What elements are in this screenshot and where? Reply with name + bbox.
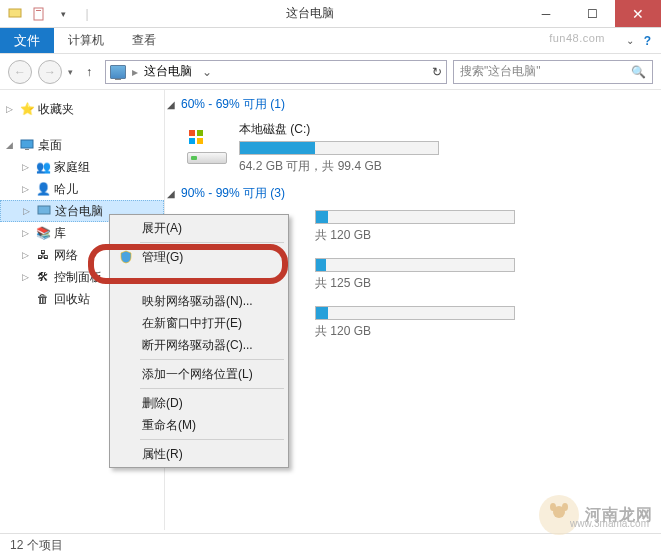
- drive-usage-bar: [315, 210, 515, 224]
- svg-rect-5: [38, 206, 50, 214]
- pc-icon: [110, 65, 126, 79]
- caret-icon[interactable]: ▷: [23, 206, 33, 216]
- maximize-button[interactable]: ☐: [569, 0, 615, 27]
- drive-subtext: 共 120 GB: [315, 227, 655, 244]
- back-button[interactable]: ←: [8, 60, 32, 84]
- drive-subtext: 64.2 GB 可用，共 99.4 GB: [239, 158, 655, 175]
- title-bar: ▾ | 这台电脑 ─ ☐ ✕: [0, 0, 661, 28]
- network-icon: 🖧: [35, 247, 51, 263]
- up-button[interactable]: ↑: [79, 62, 99, 82]
- address-dropdown-icon[interactable]: ⌄: [198, 65, 216, 79]
- tree-favorites[interactable]: ▷ ⭐ 收藏夹: [0, 98, 164, 120]
- drive-icon: [185, 130, 229, 166]
- group-header-1[interactable]: ◢ 60% - 69% 可用 (1): [165, 96, 661, 113]
- view-tab[interactable]: 查看: [118, 28, 170, 53]
- breadcrumb-sep-icon: ▸: [132, 65, 138, 79]
- computer-tab[interactable]: 计算机: [54, 28, 118, 53]
- cm-mapdrive[interactable]: 映射网络驱动器(N)...: [112, 290, 286, 312]
- recycle-icon: 🗑: [35, 291, 51, 307]
- svg-point-8: [562, 503, 568, 511]
- address-location[interactable]: 这台电脑: [144, 63, 192, 80]
- expand-ribbon-icon[interactable]: ⌄: [626, 35, 634, 46]
- status-text: 12 个项目: [10, 537, 63, 554]
- caret-icon[interactable]: ▷: [22, 228, 32, 238]
- cm-hidden-item[interactable]: —: [112, 268, 286, 290]
- caret-icon[interactable]: ◢: [6, 140, 16, 150]
- controlpanel-icon: 🛠: [35, 269, 51, 285]
- search-input[interactable]: 搜索"这台电脑" 🔍: [453, 60, 653, 84]
- caret-icon[interactable]: ▷: [22, 272, 32, 282]
- drive-usage-bar: [239, 141, 439, 155]
- address-box[interactable]: ▸ 这台电脑 ⌄ ↻: [105, 60, 447, 84]
- drive-subtext: 共 120 GB: [315, 323, 655, 340]
- svg-rect-3: [21, 140, 33, 148]
- cm-rename[interactable]: 重命名(M): [112, 414, 286, 436]
- caret-icon[interactable]: ▷: [6, 104, 16, 114]
- watermark-top: fun48.com: [549, 32, 605, 44]
- svg-rect-1: [34, 8, 43, 20]
- tree-desktop[interactable]: ◢ 桌面: [0, 134, 164, 156]
- qat-app-icon: [6, 5, 24, 23]
- caret-icon[interactable]: ▷: [22, 162, 32, 172]
- search-placeholder: 搜索"这台电脑": [460, 63, 541, 80]
- caret-icon[interactable]: ▷: [22, 250, 32, 260]
- shield-icon: [118, 249, 134, 265]
- content-area: ▷ ⭐ 收藏夹 ◢ 桌面 ▷ 👥 家庭组 ▷ 👤 哈儿 ▷ 这台电脑 ▷ 📚: [0, 90, 661, 530]
- collapse-icon[interactable]: ◢: [167, 188, 175, 199]
- cm-expand[interactable]: 展开(A): [112, 217, 286, 239]
- status-bar: 12 个项目: [0, 533, 661, 557]
- tree-user[interactable]: ▷ 👤 哈儿: [0, 178, 164, 200]
- cm-newwindow[interactable]: 在新窗口中打开(E): [112, 312, 286, 334]
- cm-addlocation[interactable]: 添加一个网络位置(L): [112, 363, 286, 385]
- user-icon: 👤: [35, 181, 51, 197]
- file-tab[interactable]: 文件: [0, 28, 54, 53]
- cm-manage[interactable]: 管理(G): [112, 246, 286, 268]
- context-menu: 展开(A) 管理(G) — 映射网络驱动器(N)... 在新窗口中打开(E) 断…: [109, 214, 289, 468]
- help-icon[interactable]: ?: [644, 34, 651, 48]
- watermark-logo-icon: [539, 495, 579, 535]
- drive-usage-bar: [315, 306, 515, 320]
- search-icon: 🔍: [631, 65, 646, 79]
- svg-rect-2: [36, 10, 41, 11]
- watermark-url: www.3mama.com: [570, 518, 649, 529]
- cm-properties[interactable]: 属性(R): [112, 443, 286, 465]
- svg-point-7: [550, 503, 556, 511]
- svg-rect-4: [25, 149, 29, 150]
- drive-c[interactable]: 本地磁盘 (C:) 64.2 GB 可用，共 99.4 GB: [165, 117, 661, 185]
- cm-disconnect[interactable]: 断开网络驱动器(C)...: [112, 334, 286, 356]
- window-title: 这台电脑: [96, 5, 523, 22]
- forward-button[interactable]: →: [38, 60, 62, 84]
- libraries-icon: 📚: [35, 225, 51, 241]
- homegroup-icon: 👥: [35, 159, 51, 175]
- drive-usage-bar: [315, 258, 515, 272]
- svg-rect-0: [9, 9, 21, 17]
- qat-dropdown-icon[interactable]: ▾: [54, 5, 72, 23]
- group-header-2[interactable]: ◢ 90% - 99% 可用 (3): [165, 185, 661, 202]
- caret-icon[interactable]: ▷: [22, 184, 32, 194]
- desktop-icon: [19, 137, 35, 153]
- close-button[interactable]: ✕: [615, 0, 661, 27]
- cm-delete[interactable]: 删除(D): [112, 392, 286, 414]
- history-dropdown-icon[interactable]: ▾: [68, 67, 73, 77]
- star-icon: ⭐: [19, 101, 35, 117]
- qat-properties-icon[interactable]: [30, 5, 48, 23]
- minimize-button[interactable]: ─: [523, 0, 569, 27]
- drive-subtext: 共 125 GB: [315, 275, 655, 292]
- address-toolbar: ← → ▾ ↑ ▸ 这台电脑 ⌄ ↻ 搜索"这台电脑" 🔍: [0, 54, 661, 90]
- tree-homegroup[interactable]: ▷ 👥 家庭组: [0, 156, 164, 178]
- pc-icon: [36, 203, 52, 219]
- drive-name: 本地磁盘 (C:): [239, 121, 655, 138]
- collapse-icon[interactable]: ◢: [167, 99, 175, 110]
- watermark-bottom: 河南龙网: [539, 495, 653, 535]
- refresh-icon[interactable]: ↻: [432, 65, 442, 79]
